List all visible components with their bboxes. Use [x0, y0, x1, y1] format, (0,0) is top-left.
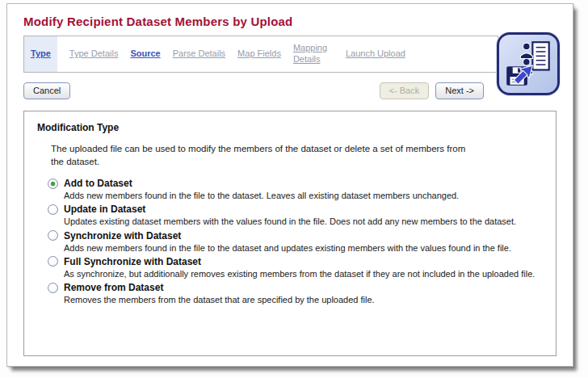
section-heading: Modification Type: [37, 122, 543, 133]
option-description: Adds new members found in the file to th…: [64, 242, 543, 254]
option-update-in-dataset[interactable]: Update in Dataset: [48, 204, 543, 215]
wizard-step-source[interactable]: Source: [130, 48, 160, 60]
option-description: Updates existing dataset members with th…: [64, 216, 543, 227]
option-synchronize-with-dataset[interactable]: Synchronize with Dataset: [48, 230, 543, 242]
option-description: Removes the members from the dataset tha…: [64, 294, 543, 305]
modification-type-panel: Modification Type The uploaded file can …: [23, 111, 556, 356]
option-label: Add to Dataset: [64, 178, 132, 189]
section-intro: The uploaded file can be used to modify …: [51, 143, 475, 168]
next-button[interactable]: Next ->: [435, 82, 484, 99]
dataset-upload-save-icon: [497, 32, 560, 95]
radio-synchronize-with-dataset[interactable]: [48, 230, 58, 241]
wizard-step-map-fields: Map Fields: [237, 48, 281, 60]
option-description: As synchronize, but additionally removes…: [64, 268, 543, 279]
back-button: <- Back: [380, 82, 430, 99]
option-full-synchronize-with-dataset[interactable]: Full Synchronize with Dataset: [48, 256, 543, 267]
wizard-toolbar: Cancel <- Back Next ->: [23, 82, 484, 99]
option-label: Remove from Dataset: [64, 282, 163, 293]
upload-members-icon-graphic: [504, 40, 552, 88]
page-title: Modify Recipient Dataset Members by Uplo…: [23, 15, 556, 28]
option-add-to-dataset[interactable]: Add to Dataset: [48, 178, 543, 189]
modification-option-list: Add to Dataset Adds new members found in…: [48, 178, 543, 305]
wizard-step-mapping-details: Mapping Details: [293, 43, 334, 65]
cancel-button[interactable]: Cancel: [23, 82, 70, 99]
wizard-page: Modify Recipient Dataset Members by Uplo…: [6, 3, 573, 367]
radio-update-in-dataset[interactable]: [48, 204, 58, 215]
wizard-step-parse-details: Parse Details: [173, 48, 225, 60]
wizard-step-type[interactable]: Type: [24, 36, 57, 72]
option-label: Synchronize with Dataset: [64, 230, 181, 242]
radio-add-to-dataset[interactable]: [48, 178, 58, 189]
radio-remove-from-dataset[interactable]: [48, 283, 58, 293]
radio-full-synchronize-with-dataset[interactable]: [48, 256, 58, 267]
option-remove-from-dataset[interactable]: Remove from Dataset: [48, 282, 543, 293]
wizard-steps: Type Type Details Source Parse Details M…: [23, 36, 498, 73]
option-label: Update in Dataset: [64, 204, 145, 215]
wizard-step-type-details: Type Details: [69, 48, 119, 60]
option-description: Adds new members found in the file to th…: [64, 190, 543, 201]
option-label: Full Synchronize with Dataset: [64, 256, 201, 267]
wizard-step-launch-upload: Launch Upload: [346, 48, 405, 60]
wizard-header-row: Type Type Details Source Parse Details M…: [23, 36, 556, 73]
